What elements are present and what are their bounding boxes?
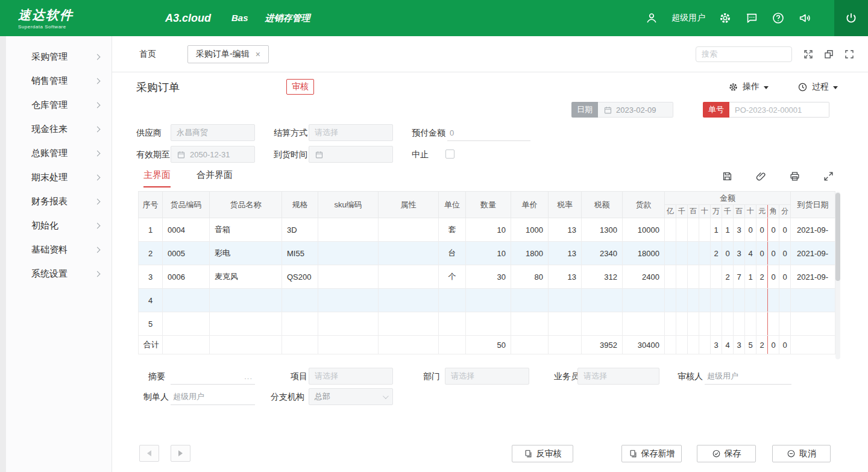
date-input[interactable]: 2023-02-09: [598, 102, 673, 118]
cell-qty: 10: [466, 242, 511, 265]
settlement-select[interactable]: 请选择: [309, 124, 393, 141]
cell-amount-digit: [734, 312, 745, 336]
cell-amount-digit: [768, 312, 779, 336]
settings-gear-icon[interactable]: [719, 11, 732, 25]
order-number-input[interactable]: PO-2023-02-00001: [729, 102, 829, 118]
column-header: 属性: [379, 192, 439, 218]
cell-qty: 30: [466, 265, 511, 289]
restore-icon[interactable]: [823, 49, 834, 60]
stop-label: 中止: [412, 146, 429, 163]
creator-input[interactable]: 超级用户: [171, 389, 255, 405]
announcement-speaker-icon[interactable]: [798, 11, 811, 25]
cell-price: [511, 336, 549, 354]
cell-amount-digit: [688, 242, 699, 265]
detail-tab[interactable]: 合并界面: [197, 169, 233, 187]
department-select[interactable]: 请选择: [445, 368, 529, 385]
close-icon[interactable]: ×: [256, 50, 260, 58]
chevron-right-icon: [95, 54, 101, 60]
sidebar-item[interactable]: 销售管理: [6, 69, 112, 93]
scrollbar-thumb[interactable]: [835, 193, 840, 281]
sidebar-item[interactable]: 初始化: [6, 213, 112, 238]
sidebar-item[interactable]: 总账管理: [6, 141, 112, 165]
cell-amount-digit: 0: [768, 336, 779, 354]
document-tabbar: 首页 采购订单-编辑 ×: [112, 36, 868, 72]
cell-amount-digit: 0: [779, 265, 791, 289]
prev-record-button[interactable]: [139, 445, 159, 462]
cell-taxrate: 13: [549, 218, 582, 242]
detail-tab[interactable]: 主界面: [143, 169, 171, 187]
audited-stamp: 审核: [286, 79, 314, 95]
nav-item-inventory[interactable]: 进销存管理: [265, 13, 310, 24]
print-icon[interactable]: [789, 171, 800, 182]
date-value: 2023-02-09: [616, 105, 656, 115]
cell-amount-digit: [699, 242, 711, 265]
cell-qty: [466, 289, 511, 312]
cell-amount-digit: 2: [756, 336, 768, 354]
cell-spec: MI55: [282, 242, 318, 265]
help-icon[interactable]: [772, 11, 785, 25]
window-icons: [803, 49, 855, 60]
next-record-button[interactable]: [171, 445, 190, 462]
sidebar-item-label: 财务报表: [31, 196, 68, 207]
cancel-button[interactable]: 取消: [772, 445, 831, 462]
sidebar-item[interactable]: 期末处理: [6, 165, 112, 189]
table-scrollbar[interactable]: [835, 192, 840, 359]
arrival-time-input[interactable]: [309, 146, 393, 163]
date-badge: 日期: [571, 102, 598, 118]
auditor-label: 审核人: [678, 368, 703, 385]
table-row[interactable]: 20005彩电MI55台1018001323401800020340002021…: [139, 242, 835, 265]
valid-until-input[interactable]: 2050-12-31: [171, 146, 255, 163]
summary-input[interactable]: ...: [171, 368, 255, 385]
stop-checkbox[interactable]: [445, 149, 454, 159]
sidebar-item[interactable]: 系统设置: [6, 262, 112, 286]
user-icon[interactable]: [645, 11, 658, 25]
operate-dropdown[interactable]: 操作: [728, 81, 769, 92]
table-row[interactable]: 5: [139, 312, 835, 336]
nav-item-bas[interactable]: Bas: [231, 13, 248, 24]
auditor-input[interactable]: 超级用户: [705, 368, 791, 385]
salesman-select[interactable]: 请选择: [577, 368, 659, 385]
clock-icon: [797, 82, 808, 92]
save-new-button[interactable]: 保存新增: [621, 445, 682, 462]
cell-amount-digit: [665, 289, 676, 312]
project-select[interactable]: 请选择: [309, 368, 393, 385]
cell-qty: [466, 312, 511, 336]
chat-icon[interactable]: [745, 11, 758, 25]
table-row[interactable]: 4: [139, 289, 835, 312]
app-header: 速达软件 Superdata Software A3.cloud Bas 进销存…: [0, 0, 868, 36]
cell-arrival-date: [791, 312, 835, 336]
tab-purchase-order-edit[interactable]: 采购订单-编辑 ×: [187, 45, 269, 63]
process-dropdown[interactable]: 过程: [797, 81, 838, 92]
cell-amount-digit: 2: [756, 265, 768, 289]
prepaid-input[interactable]: 0: [447, 125, 530, 141]
save-icon[interactable]: [722, 171, 733, 182]
cell-amount-digit: 5: [745, 336, 756, 354]
fullscreen-icon[interactable]: [844, 49, 855, 60]
cell-amount-digit: 0: [779, 336, 791, 354]
cell-tax: 2340: [582, 242, 623, 265]
cell-spec: QS200: [282, 265, 318, 289]
expand-grid-icon[interactable]: [823, 171, 834, 182]
sidebar-item[interactable]: 基础资料: [6, 238, 112, 262]
sidebar-item[interactable]: 仓库管理: [6, 93, 112, 117]
amount-unit-header: 千: [676, 205, 688, 218]
column-header: 货品名称: [210, 192, 282, 218]
search-box[interactable]: [696, 46, 792, 62]
sidebar-item[interactable]: 财务报表: [6, 189, 112, 213]
attachment-paperclip-icon[interactable]: [755, 171, 767, 182]
table-row[interactable]: 10004音箱3D套1010001313001000011300002021-0…: [139, 218, 835, 242]
cell-amount-digit: 7: [734, 265, 745, 289]
sidebar-item[interactable]: 现金往来: [6, 117, 112, 141]
power-logout-button[interactable]: [834, 0, 868, 36]
unaudit-button[interactable]: 反审核: [512, 445, 573, 462]
table-row[interactable]: 30006麦克风QS200个30801331224002712002021-09…: [139, 265, 835, 289]
search-input[interactable]: [702, 49, 808, 58]
sidebar-item[interactable]: 采购管理: [6, 45, 112, 69]
save-button[interactable]: 保存: [697, 445, 756, 462]
tab-home[interactable]: 首页: [139, 49, 156, 60]
cell-amount-digit: [699, 312, 711, 336]
summary-more-button[interactable]: ...: [244, 372, 253, 381]
branch-select[interactable]: 总部: [309, 388, 393, 405]
cell-spec: 3D: [282, 218, 318, 242]
supplier-input[interactable]: 永昌商贸: [171, 124, 255, 141]
